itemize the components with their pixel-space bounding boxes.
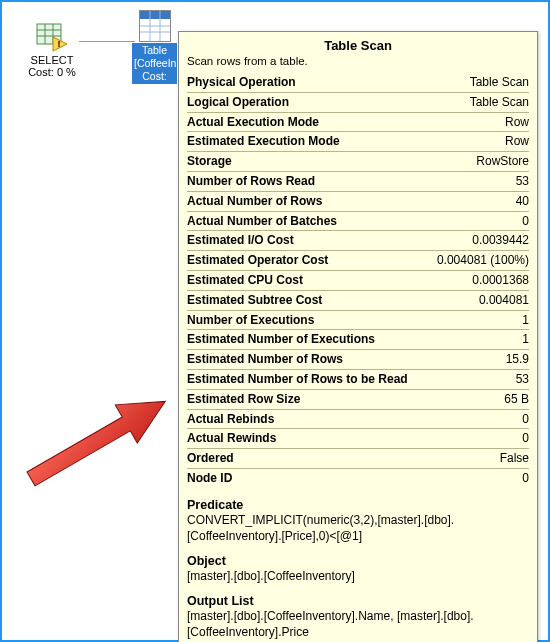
prop-row: Actual Rebinds0 (187, 410, 529, 430)
select-node-label: SELECT (22, 54, 82, 66)
svg-rect-8 (140, 20, 170, 41)
prop-row: Estimated CPU Cost0.0001368 (187, 271, 529, 291)
outputlist-body: [master].[dbo].[CoffeeInventory].Name, [… (187, 608, 529, 640)
table-scan-icon (139, 10, 171, 42)
execution-plan-canvas: ! SELECT Cost: 0 % Table [CoffeeIn Cost:… (0, 0, 550, 642)
svg-rect-7 (140, 11, 170, 19)
annotation-arrow-icon (17, 382, 187, 502)
select-node-cost: Cost: 0 % (22, 66, 82, 78)
object-label: Object (187, 554, 529, 568)
prop-row: Estimated Row Size65 B (187, 390, 529, 410)
prop-row: OrderedFalse (187, 449, 529, 469)
prop-row: StorageRowStore (187, 152, 529, 172)
prop-row: Estimated I/O Cost0.0039442 (187, 231, 529, 251)
tooltip-properties: Physical OperationTable Scan Logical Ope… (187, 73, 529, 488)
tooltip-subtitle: Scan rows from a table. (187, 55, 529, 67)
plan-connector-line (79, 41, 135, 42)
prop-row: Estimated Number of Executions1 (187, 330, 529, 350)
prop-row: Estimated Number of Rows15.9 (187, 350, 529, 370)
prop-row: Actual Number of Batches0 (187, 212, 529, 232)
prop-row: Node ID0 (187, 469, 529, 488)
plan-node-table-scan[interactable]: Table [CoffeeIn Cost: (132, 10, 177, 84)
prop-row: Number of Executions1 (187, 311, 529, 331)
prop-row: Actual Number of Rows40 (187, 192, 529, 212)
prop-row: Actual Rewinds0 (187, 429, 529, 449)
prop-row: Estimated Execution ModeRow (187, 132, 529, 152)
prop-row: Actual Execution ModeRow (187, 113, 529, 133)
predicate-body: CONVERT_IMPLICIT(numeric(3,2),[master].[… (187, 512, 529, 544)
tooltip-title: Table Scan (187, 38, 529, 53)
plan-node-select[interactable]: ! SELECT Cost: 0 % (22, 20, 82, 78)
prop-row: Physical OperationTable Scan (187, 73, 529, 93)
object-body: [master].[dbo].[CoffeeInventory] (187, 568, 529, 584)
predicate-label: Predicate (187, 498, 529, 512)
select-icon: ! (36, 20, 68, 52)
table-node-caption: Table [CoffeeIn Cost: (132, 43, 177, 84)
tooltip-panel: Table Scan Scan rows from a table. Physi… (178, 31, 538, 642)
prop-row: Logical OperationTable Scan (187, 93, 529, 113)
prop-row: Number of Rows Read53 (187, 172, 529, 192)
svg-text:!: ! (58, 39, 61, 49)
prop-row: Estimated Operator Cost0.004081 (100%) (187, 251, 529, 271)
prop-row: Estimated Subtree Cost0.004081 (187, 291, 529, 311)
outputlist-label: Output List (187, 594, 529, 608)
prop-row: Estimated Number of Rows to be Read53 (187, 370, 529, 390)
